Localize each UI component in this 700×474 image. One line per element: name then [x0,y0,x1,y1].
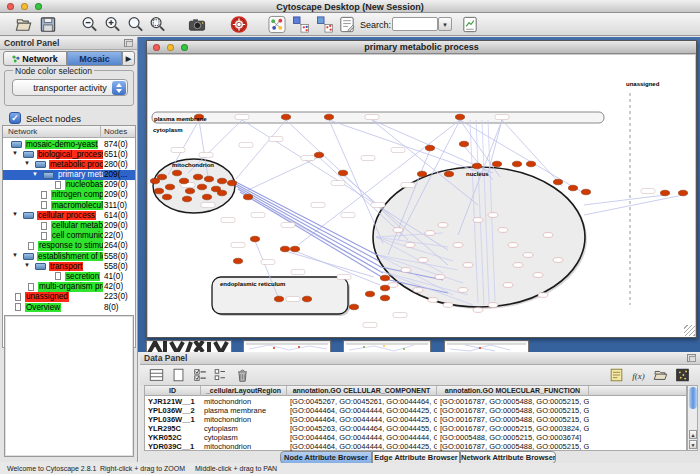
network-node[interactable] [204,176,213,182]
tree-node-label[interactable]: multi-organism pro [38,282,103,292]
network-node[interactable] [274,296,283,302]
table-column-header[interactable]: annotation.GO CELLULAR_COMPONENT [287,386,437,396]
network-node[interactable] [455,114,464,120]
network-node[interactable] [217,178,226,184]
tree-node-label[interactable]: cell communicat [51,231,103,241]
tree-row[interactable]: ▼establishment of lo558(0) [3,251,135,261]
network-node[interactable] [581,189,590,195]
tree-row[interactable]: multi-organism pro42(0) [3,282,135,292]
network-node[interactable] [172,170,181,176]
import-table-icon[interactable] [652,367,669,383]
network-node[interactable] [492,161,501,167]
table-cell[interactable]: [GO:0044464, GO:0044444, GO:0044444, G..… [287,433,437,442]
table-cell[interactable]: mitochondrion [201,442,287,451]
tree-row[interactable]: secretion41(0) [3,271,135,281]
network-node[interactable] [365,291,374,297]
tree-row[interactable]: unassigned223(0) [3,292,135,302]
network-node[interactable] [302,296,311,302]
table-column-header[interactable]: _cellularLayoutRegion [201,386,287,396]
table-row[interactable]: YPL036W__1mitochondrion[GO:0044464, GO:0… [145,415,686,424]
resize-grip[interactable] [684,325,695,336]
table-cell[interactable]: YPL036W__2 [145,406,201,415]
network-node[interactable] [678,190,687,196]
network-node[interactable] [165,184,174,190]
tree-row[interactable]: nitrogen compo209(0) [3,190,135,200]
expand-arrow-icon[interactable]: ▼ [24,262,30,268]
tree-node-label[interactable]: cellular metabol [51,221,103,231]
tree-row[interactable]: response to stimulu264(0) [3,241,135,251]
search-dropdown-button[interactable]: ▼ [438,17,452,31]
table-cell[interactable]: [GO:0045263, GO:0044464, GO:0044455, G..… [287,424,437,433]
node-color-dropdown[interactable]: transporter activity [12,79,128,96]
tree-row[interactable]: macromolecule311(0) [3,200,135,210]
network-node[interactable] [154,188,163,194]
tree-row[interactable]: Overview8(0) [3,302,135,312]
attribute-list-icon[interactable] [212,367,229,383]
network-canvas[interactable]: plasma membranecytoplasmmitochondrionnuc… [148,55,695,337]
notes-icon[interactable] [608,367,625,383]
network-node[interactable] [380,275,389,281]
function-builder-icon[interactable]: f(x) [630,367,647,383]
tree-row[interactable]: ▼metabolic process280(0) [3,159,135,169]
network-node[interactable] [417,171,426,177]
matrix-icon[interactable] [674,367,691,383]
zoom-fit-icon[interactable] [126,15,146,34]
table-column-header[interactable]: annotation.GO MOLECULAR_FUNCTION [437,386,589,396]
table-row[interactable]: YPL036W__2plasma membrane[GO:0044464, GO… [145,406,686,415]
annotation-icon[interactable] [337,15,357,34]
table-row[interactable]: YDR039C__1mitochondrion[GO:0044464, GO:0… [145,442,686,451]
float-panel-icon[interactable] [124,39,133,47]
network-node[interactable] [459,141,468,147]
new-attribute-icon[interactable] [170,367,187,383]
table-cell[interactable]: mitochondrion [201,415,287,424]
network-node[interactable] [250,236,259,242]
expand-arrow-icon[interactable]: ▼ [24,160,30,166]
network-node[interactable] [568,185,577,191]
network-node[interactable] [182,196,191,202]
network-node[interactable] [349,304,358,310]
table-cell[interactable]: plasma membrane [201,406,287,415]
table-cell[interactable]: [GO:0016787, GO:0005488, GO:0005215, G..… [437,397,589,406]
table-scrollbar[interactable]: ▲ ▼ [687,385,698,451]
table-cell[interactable]: cytoplasm [201,433,287,442]
table-cell[interactable]: [GO:0016787, GO:0005488, GO:0005215, G..… [437,415,589,424]
scroll-up-icon[interactable]: ▲ [689,430,697,439]
tree-node-label[interactable]: Overview [25,303,61,313]
network-node[interactable] [197,184,206,190]
network-node[interactable] [290,246,299,252]
network-node[interactable] [185,188,194,194]
layout-two-icon[interactable] [315,15,335,34]
tab-mosaic[interactable]: Mosaic [67,51,122,66]
scrollbar-thumb[interactable] [689,387,697,409]
layout-one-icon[interactable] [291,15,311,34]
select-nodes-checkbox[interactable]: ✓ [9,112,21,124]
table-column-header[interactable]: ID [145,386,201,396]
tab-network[interactable]: Network [3,51,67,66]
snapshot-camera-icon[interactable] [187,15,207,34]
help-lifesaver-icon[interactable] [229,15,249,34]
network-node[interactable] [233,258,242,264]
table-cell[interactable]: [GO:0045267, GO:0045261, GO:0044464, G..… [287,397,437,406]
table-cell[interactable]: YPL036W__1 [145,415,201,424]
network-node[interactable] [472,163,481,169]
network-node[interactable] [150,178,159,184]
tree-node-label[interactable]: secretion [65,272,100,282]
tree-row[interactable]: cell communicat22(0) [3,231,135,241]
tree-node-label[interactable]: biological_process [37,150,103,160]
open-folder-icon[interactable] [14,15,34,34]
network-node[interactable] [179,178,188,184]
tree-row[interactable]: ▼biological_process651(0) [3,149,135,159]
save-icon[interactable] [38,15,58,34]
network-node[interactable] [444,171,453,177]
network-node[interactable] [380,295,389,301]
tree-node-label[interactable]: metabolic process [49,160,103,170]
network-node[interactable] [324,114,333,120]
network-node[interactable] [512,161,521,167]
tab-overflow-arrow[interactable]: ▶ [122,51,135,66]
zoom-in-icon[interactable] [103,15,123,34]
table-cell[interactable]: YKR052C [145,433,201,442]
tree-node-label[interactable]: primary metabo [57,170,103,180]
network-node[interactable] [380,285,389,291]
tree-node-label[interactable]: nitrogen compo [51,190,103,200]
table-cell[interactable]: [GO:0005488, GO:0005215, GO:0003674] [437,433,589,442]
